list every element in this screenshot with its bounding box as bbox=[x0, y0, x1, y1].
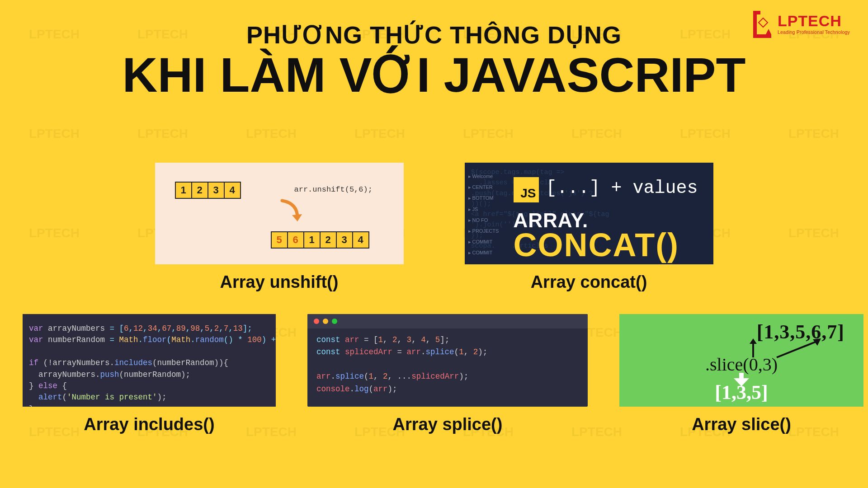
unshift-code: arr.unshift(5,6); bbox=[294, 185, 373, 194]
page-heading: PHƯƠNG THỨC THÔNG DỤNG KHI LÀM VỚI JAVAS… bbox=[0, 21, 868, 100]
heading-subtitle: PHƯƠNG THỨC THÔNG DỤNG bbox=[0, 21, 868, 49]
sidebar-item: ▸ COMMIT bbox=[468, 247, 499, 258]
splice-code: const arr = [1, 2, 3, 4, 5]; const splic… bbox=[307, 328, 588, 407]
unshift-before-cells: 1234 bbox=[175, 182, 241, 199]
array-cell: 4 bbox=[352, 231, 369, 249]
slice-illustration: [1,3,5,6,7] .slice(0,3) [1,3,5] bbox=[619, 314, 863, 407]
array-cell: 3 bbox=[336, 231, 353, 249]
unshift-after-cells: 561234 bbox=[271, 231, 369, 249]
concat-expression: [...] + values bbox=[546, 178, 698, 198]
array-cell: 3 bbox=[208, 182, 225, 199]
card-concat: $(scope.tags.map(tag => .lasses = (tag.c… bbox=[465, 163, 713, 292]
splice-illustration: const arr = [1, 2, 3, 4, 5]; const splic… bbox=[307, 314, 588, 407]
js-badge-icon: JS bbox=[514, 177, 539, 202]
array-cell: 4 bbox=[224, 182, 241, 199]
sidebar-item: ▸ PROJECTS bbox=[468, 225, 499, 236]
close-dot-icon bbox=[314, 319, 319, 324]
card-label: Array includes() bbox=[84, 415, 214, 434]
sidebar-item: ▸ BOTTOM bbox=[468, 192, 499, 203]
concat-line2: CONCAT() bbox=[514, 229, 679, 261]
watermark: LPTECHLPTECHLPTECHLPTECHLPTECHLPTECHLPTE… bbox=[0, 127, 868, 141]
arrow-down-icon bbox=[279, 199, 302, 226]
sidebar-item: ▸ NO FO bbox=[468, 215, 499, 225]
logo-name: LPTECH bbox=[778, 13, 850, 28]
card-splice: const arr = [1, 2, 3, 4, 5]; const splic… bbox=[307, 314, 588, 434]
logo-tagline: Leading Professional Technology bbox=[778, 29, 850, 35]
heading-title: KHI LÀM VỚI JAVASCRIPT bbox=[0, 49, 868, 100]
brand-logo: LPTECH Leading Professional Technology bbox=[750, 10, 850, 38]
array-cell: 1 bbox=[303, 231, 321, 249]
logo-icon bbox=[750, 10, 773, 38]
slice-call: .slice(0,3) bbox=[619, 354, 863, 375]
card-slice: [1,3,5,6,7] .slice(0,3) [1,3,5] Array sl… bbox=[619, 314, 863, 434]
card-label: Array slice() bbox=[692, 415, 791, 434]
card-unshift: 1234 arr.unshift(5,6); 561234 Array unsh… bbox=[155, 163, 404, 292]
sidebar-item: ▸ Welcome bbox=[468, 171, 499, 182]
card-label: Array unshift() bbox=[220, 272, 339, 292]
sidebar-item: ▸ JS bbox=[468, 204, 499, 215]
sidebar-item: ▸ CENTER bbox=[468, 182, 499, 192]
svg-rect-2 bbox=[739, 373, 744, 379]
maximize-dot-icon bbox=[332, 319, 337, 324]
array-cell: 2 bbox=[320, 231, 337, 249]
card-label: Array splice() bbox=[393, 415, 503, 434]
array-cell: 2 bbox=[191, 182, 208, 199]
array-cell: 6 bbox=[287, 231, 304, 249]
card-includes: var arrayNumbers = [6,12,34,67,89,98,5,2… bbox=[23, 314, 276, 434]
unshift-illustration: 1234 arr.unshift(5,6); 561234 bbox=[155, 163, 404, 264]
concat-illustration: $(scope.tags.map(tag => .lasses = (tag.c… bbox=[465, 163, 713, 264]
minimize-dot-icon bbox=[323, 319, 328, 324]
slice-result: [1,3,5] bbox=[619, 381, 863, 404]
card-label: Array concat() bbox=[531, 272, 647, 292]
array-cell: 5 bbox=[271, 231, 288, 249]
window-controls bbox=[307, 314, 588, 328]
includes-code: var arrayNumbers = [6,12,34,67,89,98,5,2… bbox=[23, 314, 276, 407]
sidebar-item: ▸ COMMIT bbox=[468, 236, 499, 247]
array-cell: 1 bbox=[175, 182, 192, 199]
concat-sidebar: ▸ Welcome▸ CENTER▸ BOTTOM▸ JS▸ NO FO▸ PR… bbox=[468, 171, 499, 258]
